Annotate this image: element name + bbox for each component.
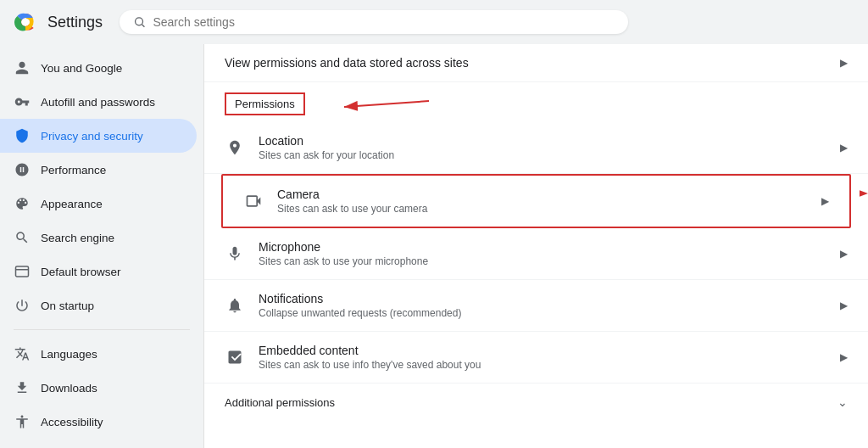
sidebar-divider bbox=[14, 329, 190, 330]
main-layout: You and Google Autofill and passwords Pr… bbox=[0, 44, 868, 448]
row-text: Embedded content Sites can ask to use in… bbox=[259, 344, 481, 371]
embedded-subtitle: Sites can ask to use info they've saved … bbox=[259, 359, 481, 371]
sidebar-item-downloads[interactable]: Downloads bbox=[0, 371, 197, 405]
sidebar-item-performance[interactable]: Performance bbox=[0, 153, 197, 187]
camera-row[interactable]: Camera Sites can ask to use your camera … bbox=[221, 174, 851, 228]
view-permissions-row[interactable]: View permissions and data stored across … bbox=[204, 44, 868, 82]
permissions-heading-container: Permissions bbox=[204, 86, 868, 122]
row-left: Embedded content Sites can ask to use in… bbox=[225, 344, 481, 371]
svg-line-7 bbox=[344, 101, 429, 107]
sidebar-item-accessibility[interactable]: Accessibility bbox=[0, 405, 197, 439]
notifications-icon bbox=[225, 295, 245, 316]
camera-row-wrapper: Camera Sites can ask to use your camera … bbox=[204, 174, 868, 228]
microphone-title: Microphone bbox=[259, 240, 428, 254]
permissions-heading: Permissions bbox=[225, 92, 305, 115]
sidebar-item-you-and-google[interactable]: You and Google bbox=[0, 51, 197, 85]
topbar: Settings bbox=[0, 0, 868, 44]
row-text: View permissions and data stored across … bbox=[225, 56, 469, 70]
notifications-row[interactable]: Notifications Collapse unwanted requests… bbox=[204, 280, 868, 332]
sidebar-item-on-startup[interactable]: On startup bbox=[0, 288, 197, 322]
power-icon bbox=[14, 297, 31, 314]
location-icon bbox=[225, 137, 245, 158]
notifications-subtitle: Collapse unwanted requests (recommended) bbox=[259, 307, 461, 319]
sidebar-label: On startup bbox=[41, 300, 94, 312]
person-icon bbox=[14, 59, 31, 76]
search-bar[interactable] bbox=[120, 10, 628, 34]
browser-icon bbox=[14, 263, 31, 280]
notifications-title: Notifications bbox=[259, 292, 461, 305]
sidebar-label: Downloads bbox=[41, 382, 97, 395]
accessibility-icon bbox=[14, 413, 31, 430]
sidebar-label: Search engine bbox=[41, 232, 114, 244]
search-input[interactable] bbox=[153, 15, 615, 29]
sidebar-item-search-engine[interactable]: Search engine bbox=[0, 221, 197, 255]
sidebar-item-autofill[interactable]: Autofill and passwords bbox=[0, 85, 197, 119]
microphone-icon bbox=[225, 244, 245, 264]
embedded-content-icon bbox=[225, 347, 245, 367]
shield-icon bbox=[14, 127, 31, 144]
content-area: View permissions and data stored across … bbox=[203, 44, 868, 448]
key-icon bbox=[14, 93, 31, 110]
search-icon bbox=[133, 15, 146, 29]
embedded-title: Embedded content bbox=[259, 344, 481, 357]
sidebar-item-default-browser[interactable]: Default browser bbox=[0, 255, 197, 288]
location-row[interactable]: Location Sites can ask for your location… bbox=[204, 122, 868, 174]
sidebar-item-system[interactable]: System bbox=[0, 439, 197, 448]
translate-icon bbox=[14, 345, 31, 362]
download-icon bbox=[14, 379, 31, 396]
microphone-subtitle: Sites can ask to use your microphone bbox=[259, 255, 428, 267]
additional-permissions-row[interactable]: Additional permissions ⌄ bbox=[204, 384, 868, 421]
sidebar-label: Languages bbox=[41, 348, 97, 361]
sidebar-label: Autofill and passwords bbox=[41, 96, 155, 109]
row-text: Notifications Collapse unwanted requests… bbox=[259, 292, 461, 319]
sidebar-item-languages[interactable]: Languages bbox=[0, 337, 197, 371]
additional-permissions-label: Additional permissions bbox=[225, 396, 335, 409]
sidebar-item-appearance[interactable]: Appearance bbox=[0, 187, 197, 221]
embedded-content-row[interactable]: Embedded content Sites can ask to use in… bbox=[204, 332, 868, 384]
row-text: Camera Sites can ask to use your camera bbox=[277, 188, 427, 215]
svg-point-1 bbox=[22, 19, 29, 25]
sidebar-label: You and Google bbox=[41, 62, 122, 75]
chevron-down-icon: ⌄ bbox=[837, 395, 848, 409]
chevron-right-icon: ▶ bbox=[840, 142, 848, 154]
row-left: Camera Sites can ask to use your camera bbox=[243, 188, 427, 215]
permissions-arrow-icon bbox=[336, 94, 437, 120]
sidebar-label: Performance bbox=[41, 164, 106, 176]
palette-icon bbox=[14, 195, 31, 212]
chevron-right-icon: ▶ bbox=[821, 195, 829, 207]
sidebar-item-privacy-and-security[interactable]: Privacy and security bbox=[0, 119, 197, 153]
sidebar-label: Privacy and security bbox=[41, 130, 143, 143]
location-subtitle: Sites can ask for your location bbox=[259, 149, 394, 161]
row-left: View permissions and data stored across … bbox=[225, 56, 469, 70]
row-text: Microphone Sites can ask to use your mic… bbox=[259, 240, 428, 267]
page-title: Settings bbox=[47, 14, 103, 31]
camera-arrow-icon bbox=[860, 181, 868, 206]
chevron-right-icon: ▶ bbox=[840, 351, 848, 363]
svg-rect-4 bbox=[16, 266, 29, 277]
row-text: Location Sites can ask for your location bbox=[259, 134, 394, 161]
chevron-right-icon: ▶ bbox=[840, 248, 848, 260]
sidebar: You and Google Autofill and passwords Pr… bbox=[0, 44, 203, 448]
svg-point-2 bbox=[136, 18, 143, 25]
search-icon bbox=[14, 229, 31, 246]
sidebar-label: Accessibility bbox=[41, 416, 103, 428]
camera-title: Camera bbox=[277, 188, 427, 201]
camera-subtitle: Sites can ask to use your camera bbox=[277, 203, 427, 215]
row-left: Notifications Collapse unwanted requests… bbox=[225, 292, 461, 319]
camera-icon bbox=[243, 191, 264, 211]
gauge-icon bbox=[14, 161, 31, 178]
sidebar-label: Appearance bbox=[41, 198, 103, 210]
microphone-row[interactable]: Microphone Sites can ask to use your mic… bbox=[204, 228, 868, 280]
row-left: Microphone Sites can ask to use your mic… bbox=[225, 240, 428, 267]
view-permissions-label: View permissions and data stored across … bbox=[225, 56, 469, 70]
svg-line-3 bbox=[142, 25, 145, 27]
row-left: Location Sites can ask for your location bbox=[225, 134, 394, 161]
sidebar-label: Default browser bbox=[41, 266, 121, 278]
chrome-logo-icon bbox=[14, 10, 37, 34]
chevron-right-icon: ▶ bbox=[840, 57, 848, 69]
chevron-right-icon: ▶ bbox=[840, 300, 848, 311]
location-title: Location bbox=[259, 134, 394, 148]
